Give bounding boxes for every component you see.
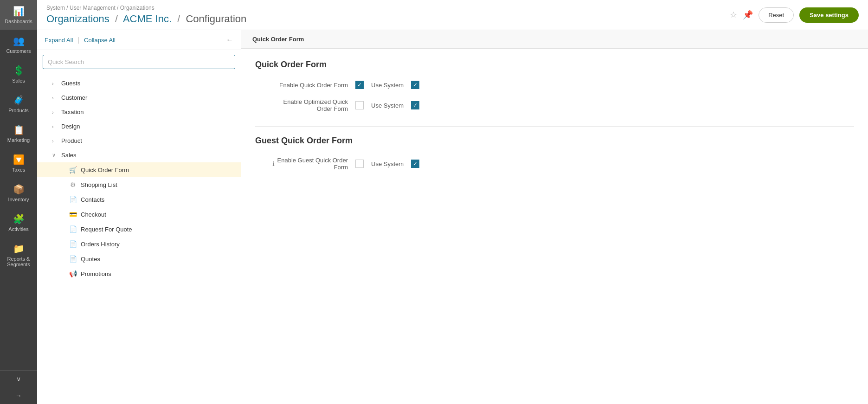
sidebar-item-sales[interactable]: ∨ Sales [37,148,241,162]
main-area: System / User Management / Organizations… [37,0,868,404]
config-row-guest-qof: ℹ Enable Guest Quick OrderForm Use Syste… [255,157,854,171]
chevron-icon: › [52,138,58,144]
checkbox-use-system-guest[interactable]: ✓ [411,160,419,168]
sidebar-label-design: Design [61,123,80,130]
expand-all-link[interactable]: Expand All [45,37,73,44]
sidebar-item-quotes[interactable]: 📄 Quotes [37,251,241,266]
checkbox-guest-qof[interactable] [355,160,364,168]
sidebar-item-checkout[interactable]: 💳 Checkout [37,207,241,222]
content-area: Expand All | Collapse All ← › Guests › C… [37,30,868,404]
nav-item-dashboards[interactable]: 📊 Dashboards [0,0,37,30]
sidebar-label-contacts: Contacts [81,196,104,203]
checkbox-use-system-qof[interactable]: ✓ [411,81,419,89]
nav-item-taxes[interactable]: 🔽 Taxes [0,148,37,178]
save-settings-button[interactable]: Save settings [799,7,859,23]
collapse-all-link[interactable]: Collapse All [84,37,116,44]
divider: | [77,36,79,44]
inventory-icon: 📦 [13,184,25,195]
breadcrumb: System / User Management / Organizations [46,5,246,11]
sidebar-label-taxation: Taxation [61,109,84,115]
sidebar-label-guests: Guests [61,80,80,87]
nav-label-products: Products [8,108,28,113]
guest-quick-order-form-section: Guest Quick Order Form ℹ Enable Guest Qu… [255,136,854,171]
sidebar-label-request-for-quote: Request For Quote [81,226,132,233]
nav-label-taxes: Taxes [12,167,26,173]
quick-order-form-section: Quick Order Form Enable Quick Order Form… [255,60,854,112]
nav-item-inventory[interactable]: 📦 Inventory [0,178,37,208]
promotions-icon: 📢 [69,270,77,277]
chevron-icon: › [52,124,58,129]
label-guest-qof: ℹ Enable Guest Quick OrderForm [255,157,348,171]
orders-icon: 📄 [69,240,77,248]
nav-label-marketing: Marketing [7,137,30,143]
nav-item-activities[interactable]: 🧩 Activities [0,208,37,237]
checkbox-use-system-optimized[interactable]: ✓ [411,101,419,109]
nav-collapse-button[interactable]: ∨ [0,370,37,387]
checkout-icon: 💳 [69,211,77,218]
sidebar-label-orders-history: Orders History [81,241,120,248]
sidebar-item-promotions[interactable]: 📢 Promotions [37,266,241,281]
sidebar-item-shopping-list[interactable]: ⚙ Shopping List [37,177,241,192]
products-icon: 🧳 [13,95,25,106]
config-row-optimized-qof: Enable Optimized QuickOrder Form Use Sys… [255,98,854,112]
sidebar-item-orders-history[interactable]: 📄 Orders History [37,237,241,251]
reports-icon: 📁 [13,243,25,254]
sidebar-item-design[interactable]: › Design [37,119,241,134]
label-optimized-qof: Enable Optimized QuickOrder Form [255,98,348,112]
sidebar-item-customer[interactable]: › Customer [37,90,241,105]
sidebar-item-quick-order-form[interactable]: 🛒 Quick Order Form [37,162,241,177]
nav-item-sales[interactable]: 💲 Sales [0,59,37,89]
nav-label-reports: Reports & Segments [0,256,37,267]
sidebar-label-promotions: Promotions [81,270,111,277]
star-icon[interactable]: ☆ [730,10,737,20]
checkbox-optimized-qof[interactable] [355,101,364,109]
page-title-sep2: / [177,13,180,25]
sidebar-label-customer: Customer [61,94,87,101]
sidebar-item-guests[interactable]: › Guests [37,76,241,90]
quotes-icon: 📄 [69,255,77,263]
reset-button[interactable]: Reset [759,7,794,23]
rfq-icon: 📄 [69,225,77,233]
config-content: Quick Order Form Enable Quick Order Form… [241,49,868,196]
sidebar-panel: Expand All | Collapse All ← › Guests › C… [37,30,241,404]
sidebar-label-quick-order-form: Quick Order Form [81,167,129,173]
sidebar-item-contacts[interactable]: 📄 Contacts [37,192,241,207]
search-input[interactable] [43,55,235,69]
sidebar-label-product: Product [61,137,82,144]
chevron-icon: › [52,81,58,86]
nav-item-marketing[interactable]: 📋 Marketing [0,119,37,148]
nav-label-sales: Sales [12,78,25,83]
customers-icon: 👥 [13,35,25,46]
sidebar-item-request-for-quote[interactable]: 📄 Request For Quote [37,222,241,237]
config-section-header: Quick Order Form [241,30,868,49]
activities-icon: 🧩 [13,213,25,224]
nav-label-customers: Customers [6,48,31,54]
pin-icon[interactable]: 📌 [743,10,753,20]
checkbox-enable-qof[interactable]: ✓ [355,81,364,89]
nav-label-activities: Activities [8,226,28,232]
cart-icon: 🛒 [69,166,77,173]
nav-label-inventory: Inventory [8,197,29,202]
sidebar-tree: › Guests › Customer › Taxation › Design [37,74,241,404]
use-system-label-2: Use System [371,102,404,109]
page-title-part2: ACME Inc. [123,13,172,25]
use-system-label-3: Use System [371,160,404,167]
top-bar: System / User Management / Organizations… [37,0,868,30]
nav-item-customers[interactable]: 👥 Customers [0,30,37,59]
nav-label-dashboards: Dashboards [5,19,32,24]
nav-item-products[interactable]: 🧳 Products [0,89,37,119]
chevron-down-icon: ∨ [52,152,58,158]
sidebar-label-sales: Sales [61,152,77,159]
page-title: Organizations / ACME Inc. / Configuratio… [46,13,246,25]
page-title-part3: Configuration [186,13,246,25]
arrow-right-icon: → [15,392,22,399]
contacts-icon: 📄 [69,196,77,203]
sidebar-item-taxation[interactable]: › Taxation [37,105,241,119]
nav-item-reports[interactable]: 📁 Reports & Segments [0,237,37,273]
sidebar-item-product[interactable]: › Product [37,134,241,148]
info-icon: ℹ [272,160,275,167]
page-title-part1: Organizations [46,13,109,25]
back-arrow-icon[interactable]: ← [226,36,233,44]
nav-arrow-button[interactable]: → [0,387,37,404]
marketing-icon: 📋 [13,124,25,135]
